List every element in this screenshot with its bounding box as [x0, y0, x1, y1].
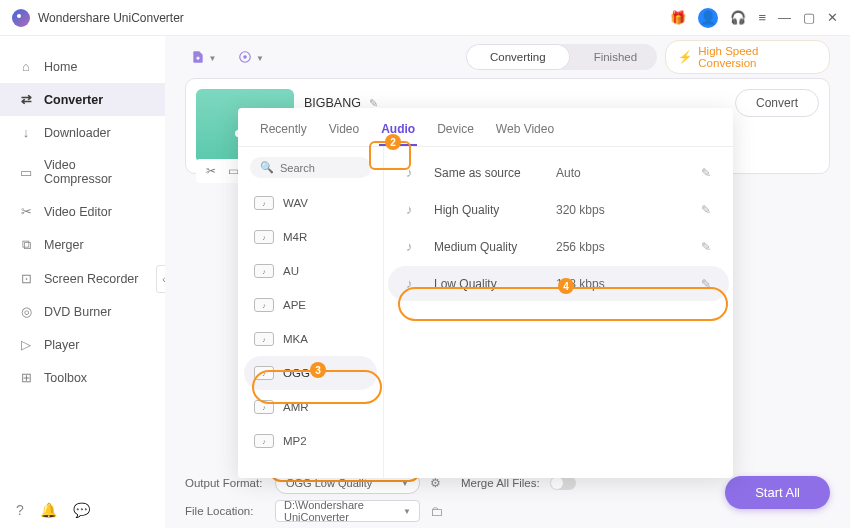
chevron-down-icon: ▼ — [256, 54, 264, 63]
edit-quality-icon[interactable]: ✎ — [701, 240, 711, 254]
titlebar: Wondershare UniConverter 🎁 👤 🎧 ≡ — ▢ ✕ — [0, 0, 850, 36]
format-label: APE — [283, 299, 306, 311]
quality-name: Low Quality — [434, 277, 544, 291]
tab-segment: Converting Finished — [466, 44, 657, 70]
quality-item-high[interactable]: ♪High Quality320 kbps✎ — [388, 192, 729, 227]
converter-icon: ⇄ — [18, 92, 34, 107]
trim-icon[interactable]: ✂ — [206, 164, 216, 178]
quality-item-source[interactable]: ♪Same as sourceAuto✎ — [388, 155, 729, 190]
file-location-select[interactable]: D:\Wondershare UniConverter ▼ — [275, 500, 420, 522]
quality-rate: 128 kbps — [556, 277, 626, 291]
downloader-icon: ↓ — [18, 125, 34, 140]
tab-converting[interactable]: Converting — [466, 44, 570, 70]
format-panel-tabs: Recently Video Audio Device Web Video — [238, 108, 733, 147]
sidebar-item-label: Screen Recorder — [44, 272, 139, 286]
high-speed-button[interactable]: ⚡ High Speed Conversion — [665, 40, 830, 74]
tab-recently[interactable]: Recently — [258, 118, 309, 146]
sidebar-item-player[interactable]: ▷Player — [0, 328, 165, 361]
quality-item-low[interactable]: ♪Low Quality128 kbps✎ — [388, 266, 729, 301]
close-icon[interactable]: ✕ — [827, 10, 838, 25]
compressor-icon: ▭ — [18, 165, 34, 180]
tab-video[interactable]: Video — [327, 118, 361, 146]
app-logo — [12, 9, 30, 27]
quality-name: High Quality — [434, 203, 544, 217]
quality-name: Same as source — [434, 166, 544, 180]
sidebar-item-label: Merger — [44, 238, 84, 252]
search-input[interactable] — [280, 162, 370, 174]
menu-icon[interactable]: ≡ — [758, 10, 766, 25]
dvd-icon: ◎ — [18, 304, 34, 319]
merge-files-toggle[interactable] — [550, 476, 576, 490]
chevron-down-icon: ▼ — [403, 507, 411, 516]
format-badge-icon: ♪ — [254, 332, 274, 346]
format-badge-icon: ♪ — [254, 264, 274, 278]
audio-icon: ♪ — [406, 202, 422, 217]
sidebar-item-label: Converter — [44, 93, 103, 107]
output-settings-icon[interactable]: ⚙ — [430, 476, 441, 490]
add-dvd-button[interactable]: ▼ — [233, 44, 259, 70]
format-item-mka[interactable]: ♪MKA — [244, 322, 377, 356]
sidebar-item-video-editor[interactable]: ✂Video Editor — [0, 195, 165, 228]
format-badge-icon: ♪ — [254, 400, 274, 414]
sidebar-item-converter[interactable]: ⇄Converter — [0, 83, 165, 116]
gift-icon[interactable]: 🎁 — [670, 10, 686, 25]
tab-web-video[interactable]: Web Video — [494, 118, 556, 146]
quality-list: ♪Same as sourceAuto✎ ♪High Quality320 kb… — [384, 147, 733, 478]
sidebar-item-downloader[interactable]: ↓Downloader — [0, 116, 165, 149]
feedback-icon[interactable]: 💬 — [73, 502, 90, 518]
format-badge-icon: ♪ — [254, 230, 274, 244]
format-label: MP2 — [283, 435, 307, 447]
edit-quality-icon[interactable]: ✎ — [701, 203, 711, 217]
audio-icon: ♪ — [406, 276, 422, 291]
quality-item-medium[interactable]: ♪Medium Quality256 kbps✎ — [388, 229, 729, 264]
tab-device[interactable]: Device — [435, 118, 476, 146]
edit-quality-icon[interactable]: ✎ — [701, 166, 711, 180]
sidebar-item-toolbox[interactable]: ⊞Toolbox — [0, 361, 165, 394]
sidebar-item-label: Downloader — [44, 126, 111, 140]
sidebar-item-label: Home — [44, 60, 77, 74]
disc-add-icon — [238, 50, 252, 64]
lightning-icon: ⚡ — [678, 50, 692, 64]
format-item-ape[interactable]: ♪APE — [244, 288, 377, 322]
sidebar-item-label: Player — [44, 338, 79, 352]
format-search-box: 🔍 — [250, 157, 371, 178]
sidebar-item-video-compressor[interactable]: ▭Video Compressor — [0, 149, 165, 195]
output-format-label: Output Format: — [185, 477, 265, 489]
add-file-button[interactable]: ▼ — [185, 44, 211, 70]
tab-finished[interactable]: Finished — [570, 44, 658, 70]
maximize-icon[interactable]: ▢ — [803, 10, 815, 25]
edit-quality-icon[interactable]: ✎ — [701, 277, 711, 291]
sidebar: ⌂Home ⇄Converter ↓Downloader ▭Video Comp… — [0, 36, 165, 528]
user-avatar-icon[interactable]: 👤 — [698, 8, 718, 28]
format-list: 🔍 ♪WAV ♪M4R ♪AU ♪APE ♪MKA ♪OGG ♪AMR ♪MP2 — [238, 147, 384, 478]
format-badge-icon: ♪ — [254, 298, 274, 312]
format-panel: Recently Video Audio Device Web Video 🔍 … — [238, 108, 733, 478]
sidebar-item-label: Toolbox — [44, 371, 87, 385]
audio-icon: ♪ — [406, 165, 422, 180]
start-all-button[interactable]: Start All — [725, 476, 830, 509]
headset-icon[interactable]: 🎧 — [730, 10, 746, 25]
chevron-down-icon: ▼ — [401, 479, 409, 488]
sidebar-item-merger[interactable]: ⧉Merger — [0, 228, 165, 262]
toolbar: ▼ ▼ Converting Finished ⚡ High Speed Con… — [165, 36, 850, 78]
help-icon[interactable]: ? — [16, 502, 24, 518]
sidebar-item-home[interactable]: ⌂Home — [0, 50, 165, 83]
minimize-icon[interactable]: — — [778, 10, 791, 25]
chevron-down-icon: ▼ — [209, 54, 217, 63]
format-item-wav[interactable]: ♪WAV — [244, 186, 377, 220]
format-item-amr[interactable]: ♪AMR — [244, 390, 377, 424]
notification-icon[interactable]: 🔔 — [40, 502, 57, 518]
format-item-mp2[interactable]: ♪MP2 — [244, 424, 377, 458]
convert-button[interactable]: Convert — [735, 89, 819, 117]
format-item-au[interactable]: ♪AU — [244, 254, 377, 288]
format-item-ogg[interactable]: ♪OGG — [244, 356, 377, 390]
player-icon: ▷ — [18, 337, 34, 352]
open-folder-icon[interactable]: 🗀 — [430, 504, 443, 519]
merge-files-label: Merge All Files: — [461, 477, 540, 489]
sidebar-item-dvd-burner[interactable]: ◎DVD Burner — [0, 295, 165, 328]
sidebar-item-screen-recorder[interactable]: ⊡Screen Recorder — [0, 262, 165, 295]
format-label: WAV — [283, 197, 308, 209]
format-item-m4r[interactable]: ♪M4R — [244, 220, 377, 254]
tab-audio[interactable]: Audio — [379, 118, 417, 146]
high-speed-label: High Speed Conversion — [698, 45, 817, 69]
